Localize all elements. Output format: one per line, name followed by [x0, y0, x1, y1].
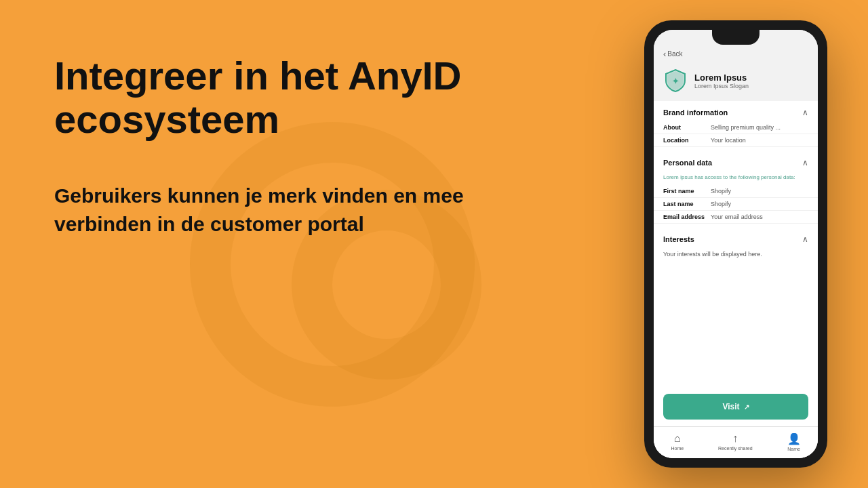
email-value: Your email address — [711, 214, 763, 220]
screen-body: Brand information ∧ About Selling premiu… — [654, 101, 818, 458]
recently-shared-label: Recently shared — [718, 446, 753, 451]
interests-note: Your interests will be displayed here. — [654, 248, 818, 264]
interests-chevron-icon: ∧ — [802, 235, 808, 244]
main-heading: Integreer in het AnyID ecosysteem — [54, 54, 488, 141]
home-icon: ⌂ — [674, 432, 681, 445]
phone-notch — [712, 30, 760, 45]
phone-outer: Back ✦ Lorem Ipsus Lorem Ipsus Slogan — [644, 20, 827, 468]
left-panel: Integreer in het AnyID ecosysteem Gebrui… — [54, 54, 488, 239]
visit-button-label: Visit — [722, 402, 739, 411]
home-label: Home — [671, 446, 684, 451]
brand-information-title: Brand information — [663, 108, 728, 117]
bottom-nav: ⌂ Home ↑ Recently shared 👤 Name — [654, 426, 818, 458]
about-value: Selling premium quality ... — [711, 124, 781, 131]
nav-name[interactable]: 👤 Name — [787, 432, 801, 451]
share-icon: ↑ — [732, 432, 738, 445]
brand-information-section-header: Brand information ∧ — [654, 101, 818, 121]
first-name-value: Shopify — [711, 188, 731, 195]
brand-header: ✦ Lorem Ipsus Lorem Ipsus Slogan — [654, 63, 818, 101]
spacer — [654, 264, 818, 387]
nav-recently-shared[interactable]: ↑ Recently shared — [718, 432, 753, 451]
external-link-icon: ↗ — [744, 403, 749, 411]
interests-section-header: Interests ∧ — [654, 228, 818, 248]
personal-data-section-header: Personal data ∧ — [654, 151, 818, 171]
name-label: Name — [787, 447, 800, 451]
personal-data-note: Lorem Ipsus has access to the following … — [654, 171, 818, 185]
email-label: Email address — [663, 214, 711, 220]
about-label: About — [663, 124, 711, 131]
about-row: About Selling premium quality ... — [654, 121, 818, 134]
brand-slogan: Lorem Ipsus Slogan — [694, 83, 749, 89]
interests-title: Interests — [663, 235, 694, 243]
last-name-value: Shopify — [711, 201, 731, 207]
svg-text:✦: ✦ — [672, 77, 679, 86]
email-row: Email address Your email address — [654, 211, 818, 224]
brand-shield-icon: ✦ — [663, 68, 688, 93]
nav-home[interactable]: ⌂ Home — [671, 432, 684, 451]
person-icon: 👤 — [787, 432, 801, 445]
location-label: Location — [663, 137, 711, 144]
last-name-label: Last name — [663, 201, 711, 207]
sub-heading: Gebruikers kunnen je merk vinden en mee … — [54, 182, 488, 239]
brand-name: Lorem Ipsus — [694, 73, 749, 83]
personal-data-chevron-icon: ∧ — [802, 158, 808, 167]
last-name-row: Last name Shopify — [654, 198, 818, 211]
brand-info: Lorem Ipsus Lorem Ipsus Slogan — [694, 73, 749, 89]
brand-information-chevron-icon: ∧ — [802, 108, 808, 117]
first-name-label: First name — [663, 188, 711, 195]
location-row: Location Your location — [654, 134, 818, 147]
phone-mockup: Back ✦ Lorem Ipsus Lorem Ipsus Slogan — [644, 20, 827, 468]
first-name-row: First name Shopify — [654, 185, 818, 198]
phone-screen: Back ✦ Lorem Ipsus Lorem Ipsus Slogan — [654, 30, 818, 458]
visit-button[interactable]: Visit ↗ — [663, 394, 808, 420]
personal-data-title: Personal data — [663, 159, 712, 167]
back-button[interactable]: Back — [663, 49, 683, 59]
location-value: Your location — [711, 137, 746, 144]
